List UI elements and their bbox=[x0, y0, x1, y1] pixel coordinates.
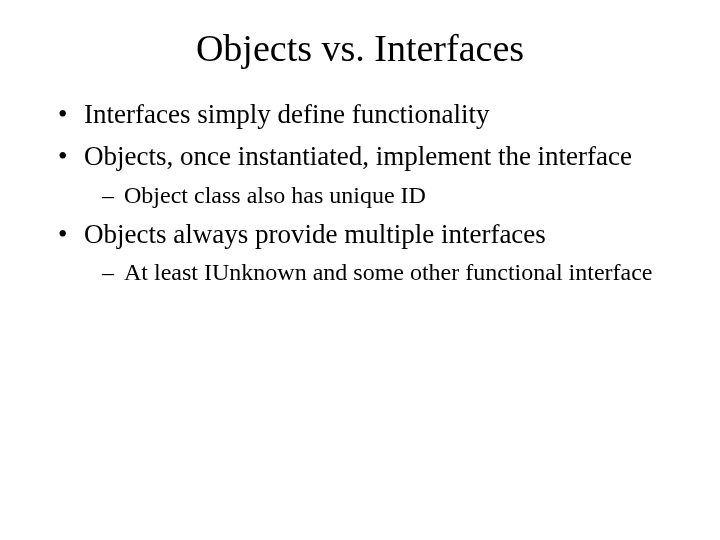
bullet-text: Objects always provide multiple interfac… bbox=[84, 219, 546, 249]
bullet-item: Interfaces simply define functionality bbox=[54, 98, 672, 132]
bullet-list: Interfaces simply define functionality O… bbox=[54, 98, 672, 287]
sub-bullet-text: At least IUnknown and some other functio… bbox=[124, 259, 653, 285]
bullet-text: Interfaces simply define functionality bbox=[84, 99, 490, 129]
bullet-item: Objects, once instantiated, implement th… bbox=[54, 140, 672, 210]
sub-bullet-item: Object class also has unique ID bbox=[102, 180, 672, 210]
slide: Objects vs. Interfaces Interfaces simply… bbox=[0, 0, 720, 540]
sub-bullet-list: At least IUnknown and some other functio… bbox=[102, 257, 672, 287]
bullet-text: Objects, once instantiated, implement th… bbox=[84, 141, 632, 171]
sub-bullet-item: At least IUnknown and some other functio… bbox=[102, 257, 672, 287]
sub-bullet-text: Object class also has unique ID bbox=[124, 182, 426, 208]
bullet-item: Objects always provide multiple interfac… bbox=[54, 218, 672, 288]
slide-title: Objects vs. Interfaces bbox=[48, 26, 672, 70]
sub-bullet-list: Object class also has unique ID bbox=[102, 180, 672, 210]
